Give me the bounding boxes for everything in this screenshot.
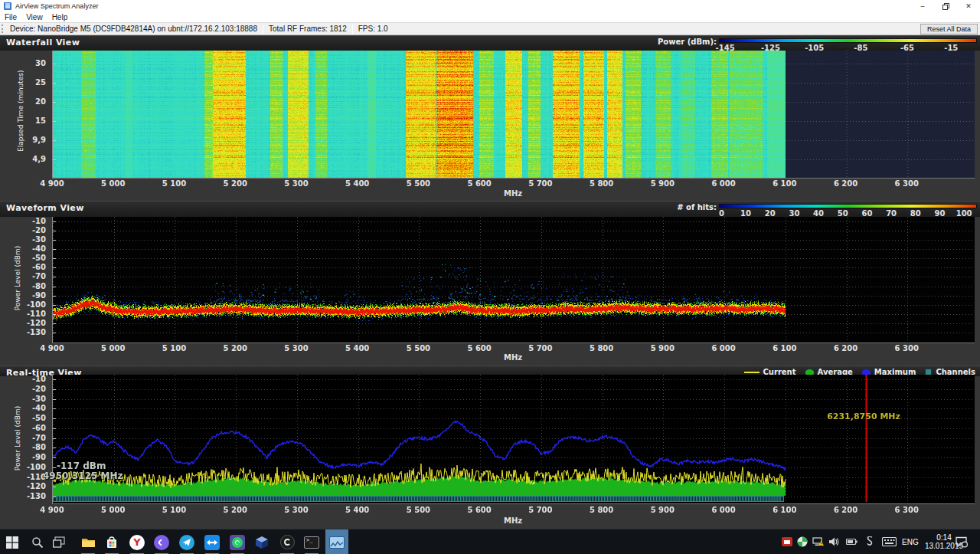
x-tick-label: 5 200 <box>224 179 247 188</box>
x-tick-label: 6 100 <box>773 344 796 352</box>
viber-button[interactable] <box>150 529 173 554</box>
microsoft-store-button[interactable] <box>100 529 123 554</box>
command-prompt-icon: >_ <box>304 536 319 549</box>
y-tick-label: 9,9 <box>12 136 46 144</box>
x-tick-label: 6 300 <box>895 506 919 514</box>
x-tick-label: 4 900 <box>40 344 64 352</box>
tray-network-warning-icon[interactable] <box>812 536 824 548</box>
x-tick-label: 5 300 <box>284 344 308 352</box>
restore-icon <box>942 3 949 10</box>
reset-all-data-button[interactable]: Reset All Data <box>920 24 978 34</box>
realtime-plot[interactable] <box>52 375 975 504</box>
cube-icon <box>255 536 269 549</box>
y-tick-label: 25 <box>12 78 46 87</box>
menu-file[interactable]: File <box>0 13 21 21</box>
x-tick-label: 5 300 <box>284 179 308 188</box>
viber-phone-icon <box>154 535 169 550</box>
camera-lens-icon <box>280 535 295 549</box>
airview-app-icon <box>329 536 345 549</box>
app-icon <box>4 2 11 10</box>
close-button[interactable]: ✕ <box>957 0 980 12</box>
tray-remote-desktop-icon[interactable] <box>781 536 793 548</box>
x-tick-label: 5 400 <box>345 506 369 514</box>
y-tick-label: -50 <box>12 414 46 422</box>
waveform-x-ticks: 4 9005 0005 1005 2005 3005 4005 5005 600… <box>0 344 980 353</box>
action-center-icon[interactable] <box>956 536 968 548</box>
x-tick-label: 5 500 <box>407 506 430 514</box>
x-tick-label: 5 900 <box>651 506 675 514</box>
teamviewer-button[interactable] <box>201 529 224 554</box>
x-tick-label: 6 300 <box>895 179 919 188</box>
waterfall-header: Waterfall View Power (dBm): -145-125-105… <box>0 35 980 51</box>
folder-icon <box>81 536 96 549</box>
y-tick-label: -10 <box>12 217 46 225</box>
y-tick-label: -70 <box>12 434 46 442</box>
y-tick-label: -110 <box>12 473 46 481</box>
cursor-frequency-readout: 4950,3125 MHz <box>43 470 123 481</box>
waterfall-x-axis-unit: MHz <box>504 189 522 198</box>
fps-status: FPS: 1.0 <box>353 25 394 33</box>
menu-view[interactable]: View <box>21 13 47 21</box>
y-tick-label: -80 <box>12 443 46 451</box>
menu-bar: File View Help <box>0 12 980 22</box>
minimize-button[interactable]: – <box>911 0 934 12</box>
x-tick-label: 5 100 <box>162 179 186 188</box>
task-view-icon <box>53 536 65 549</box>
x-tick-label: 5 500 <box>407 344 430 352</box>
tray-speaker-icon[interactable] <box>828 536 840 548</box>
yandex-browser-button[interactable]: Y <box>126 529 149 554</box>
y-tick-label: 4,9 <box>12 155 46 163</box>
task-view-button[interactable] <box>47 529 70 554</box>
x-tick-label: 5 200 <box>224 506 247 514</box>
windows-logo-icon <box>6 536 18 549</box>
airview-taskbar-button[interactable] <box>325 529 348 554</box>
y-tick-label: -40 <box>12 244 46 253</box>
file-explorer-button[interactable] <box>77 529 100 554</box>
whatsapp-button[interactable] <box>226 529 249 554</box>
y-tick-label: 30 <box>12 59 46 67</box>
whatsapp-icon <box>230 535 245 550</box>
title-bar: AirView Spectrum Analyzer – ✕ <box>0 0 980 12</box>
y-tick-label: -130 <box>12 492 46 500</box>
restore-button[interactable] <box>934 0 957 12</box>
y-tick-label: -100 <box>12 463 46 471</box>
x-tick-label: 5 200 <box>224 344 247 352</box>
x-tick-label: 6 200 <box>834 344 858 352</box>
power-colorbar-label: Power (dBm): <box>658 38 717 46</box>
x-tick-label: 5 000 <box>101 344 125 352</box>
tray-battery-icon[interactable] <box>845 536 858 548</box>
x-tick-label: 5 800 <box>590 344 613 352</box>
search-button[interactable] <box>26 529 49 554</box>
x-tick-label: 5 600 <box>467 344 491 352</box>
y-tick-label: -60 <box>12 263 46 271</box>
virtualbox-button[interactable] <box>250 529 273 554</box>
waterfall-plot[interactable] <box>52 51 975 179</box>
cursor-power-readout: -117 dBm <box>57 461 106 471</box>
telegram-button[interactable] <box>175 529 198 554</box>
airview-window: AirView Spectrum Analyzer – ✕ File View … <box>0 0 980 554</box>
x-tick-label: 5 900 <box>651 179 675 188</box>
x-tick-label: 6 000 <box>711 344 735 352</box>
y-tick-label: -70 <box>12 272 46 280</box>
tray-touch-keyboard-icon[interactable] <box>881 536 897 548</box>
terminal-button[interactable]: >_ <box>300 529 323 554</box>
x-tick-label: 5 000 <box>101 506 125 514</box>
x-tick-label: 6 000 <box>711 506 735 514</box>
power-colorbar <box>719 38 977 43</box>
menu-help[interactable]: Help <box>47 13 73 21</box>
tray-punto-switcher-icon[interactable] <box>864 536 876 548</box>
y-tick-label: -10 <box>12 375 46 383</box>
store-bag-icon <box>106 536 118 549</box>
camera-button[interactable] <box>276 529 299 554</box>
realtime-x-axis-unit: MHz <box>504 516 522 525</box>
status-toolbar: Device: NanoBridge M5 (DC9FDB42814A) on … <box>0 22 980 35</box>
hits-colorbar-label: # of hits: <box>677 203 717 211</box>
y-tick-label: -120 <box>12 482 46 490</box>
waveform-plot[interactable] <box>52 217 975 343</box>
x-tick-label: 5 700 <box>528 179 552 188</box>
tray-antivirus-icon[interactable] <box>796 536 808 548</box>
language-indicator[interactable]: ENG <box>902 538 919 546</box>
realtime-x-ticks: 4 9005 0005 1005 2005 3005 4005 5005 600… <box>0 506 980 515</box>
x-tick-label: 5 100 <box>162 506 186 514</box>
start-button[interactable] <box>1 529 24 554</box>
